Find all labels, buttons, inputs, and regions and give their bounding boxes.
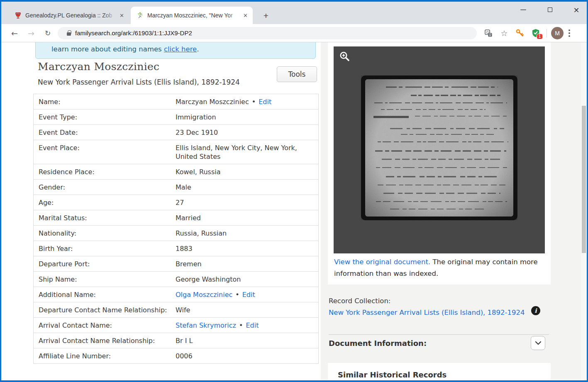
menu-dots-icon[interactable]: [566, 27, 573, 39]
row-label: Name:: [39, 97, 176, 106]
row-value-text: Wife: [176, 306, 190, 314]
row-label: Birth Year:: [39, 244, 176, 253]
right-rail: View the original document. The original…: [321, 42, 587, 380]
page-scrollbar[interactable]: [581, 42, 587, 380]
table-row: Gender: Male: [34, 180, 318, 195]
row-value: George Washington: [176, 275, 314, 284]
translate-icon[interactable]: G: [482, 27, 495, 40]
edit-link[interactable]: Edit: [259, 98, 271, 106]
record-collection-section: Record Collection: New York Passenger Ar…: [329, 295, 528, 319]
row-value: 0006: [176, 351, 314, 360]
document-viewer: [334, 46, 545, 253]
table-row: Ship Name: George Washington: [34, 272, 318, 287]
document-information-expand-button[interactable]: [531, 336, 545, 350]
row-value-text: 1883: [176, 245, 193, 253]
table-row: Name: Marczyan Moszcziniec•Edit: [34, 94, 318, 109]
row-value: Marczyan Moszcziniec•Edit: [176, 97, 314, 106]
row-value-text: Male: [176, 183, 191, 191]
lock-icon[interactable]: [67, 30, 71, 36]
extension-badge: 1: [537, 34, 543, 39]
row-value-text: 0006: [176, 352, 193, 360]
back-icon[interactable]: ←: [8, 27, 21, 40]
record-table: Name: Marczyan Moszcziniec•Edit Event Ty…: [33, 94, 319, 364]
row-value-link[interactable]: Olga Moszcziniec: [176, 291, 232, 299]
record-document-image[interactable]: [361, 75, 517, 220]
info-icon[interactable]: i: [531, 306, 540, 315]
svg-text:PTG: PTG: [16, 12, 20, 15]
row-value-text: 23 Dec 1910: [176, 129, 218, 136]
tools-button[interactable]: Tools: [277, 66, 317, 82]
table-row: Marital Status: Married: [34, 210, 318, 226]
similar-records-heading: Similar Historical Records: [338, 370, 446, 379]
row-value: Olga Moszcziniec•Edit: [176, 290, 314, 299]
similar-records-card: Similar Historical Records: [328, 363, 551, 380]
chevron-down-icon: [535, 341, 542, 345]
edit-link[interactable]: Edit: [246, 321, 259, 329]
page-title: Marczyan Moszcziniec: [38, 61, 159, 73]
row-label: Event Date:: [39, 128, 176, 137]
row-label: Residence Place:: [39, 167, 176, 176]
collection-subtitle: New York Passenger Arrival Lists (Ellis …: [38, 78, 240, 86]
row-value-text: Br I L: [176, 337, 193, 345]
record-collection-link[interactable]: New York Passenger Arrival Lists (Ellis …: [329, 309, 525, 316]
section-divider: [329, 334, 549, 335]
table-row: Additional Name: Olga Moszcziniec•Edit: [34, 287, 318, 302]
address-bar[interactable]: familysearch.org/ark:/61903/1:1:JJX9-DP2: [58, 27, 477, 39]
document-viewer-card: View the original document. The original…: [328, 42, 551, 285]
table-row: Departure Contact Name Relationship: Wif…: [34, 302, 318, 318]
table-row: Residence Place: Kowel, Russia: [34, 164, 318, 180]
tab-title: Genealodzy.PL Genealogia :: Zob: [25, 12, 115, 19]
table-row: Event Place: Ellis Island, New York City…: [34, 140, 318, 164]
row-label: Nationality:: [39, 229, 176, 238]
scrollbar-thumb[interactable]: [582, 106, 586, 253]
new-tab-button[interactable]: +: [260, 10, 272, 22]
tab-close-icon[interactable]: ✕: [118, 12, 126, 19]
record-details-panel: learn more about editing names click her…: [1, 42, 321, 380]
row-value: 1883: [176, 244, 314, 253]
zoom-in-icon[interactable]: [339, 51, 351, 63]
window-minimize-icon[interactable]: —: [517, 4, 529, 15]
window-maximize-icon[interactable]: [544, 4, 556, 15]
tab-close-icon[interactable]: ✕: [242, 12, 249, 19]
row-label: Departure Contact Name Relationship:: [39, 305, 176, 314]
row-value: Ellis Island, New York City, New York, U…: [176, 143, 314, 161]
row-value-text: 27: [176, 199, 184, 207]
url-text: familysearch.org/ark:/61903/1:1:JJX9-DP2: [75, 29, 192, 36]
bookmark-star-icon[interactable]: ☆: [498, 27, 511, 40]
edit-link[interactable]: Edit: [242, 291, 255, 299]
row-label: Marital Status:: [39, 213, 176, 222]
row-value: Stefan Skrymoricz•Edit: [176, 321, 314, 330]
bullet-separator: •: [235, 291, 239, 299]
row-label: Age:: [39, 198, 176, 207]
row-value-text: Russia, Russian: [176, 229, 227, 237]
row-value-text: George Washington: [176, 275, 241, 283]
view-original-document-link[interactable]: View the original document.: [334, 258, 430, 266]
row-label: Additional Name:: [39, 290, 176, 299]
window-close-icon[interactable]: ×: [570, 4, 583, 15]
row-value-link[interactable]: Stefan Skrymoricz: [176, 321, 236, 329]
row-value: 27: [176, 198, 314, 207]
row-value-text: Bremen: [176, 260, 202, 268]
row-value-text: Marczyan Moszcziniec: [176, 98, 249, 106]
row-label: Arrival Contact Name:: [39, 321, 176, 330]
row-value: Br I L: [176, 336, 314, 345]
tab-familysearch-active[interactable]: Marczyan Moszcziniec, "New Yor ✕: [131, 7, 253, 24]
click-here-link[interactable]: click here: [164, 45, 197, 53]
row-label: Affiliate Line Number:: [39, 351, 176, 360]
shield-extension-icon[interactable]: 1: [529, 27, 542, 40]
tab-title: Marczyan Moszcziniec, "New Yor: [147, 12, 239, 19]
row-label: Gender:: [39, 182, 176, 192]
row-label: Ship Name:: [39, 275, 176, 284]
forward-icon[interactable]: →: [24, 27, 38, 40]
profile-avatar[interactable]: M: [551, 27, 564, 39]
key-extension-icon[interactable]: [513, 27, 527, 40]
reload-icon[interactable]: ↻: [41, 27, 54, 40]
bullet-separator: •: [252, 98, 256, 106]
familysearch-tree-icon: [137, 12, 144, 19]
viewer-caption: View the original document. The original…: [334, 256, 544, 280]
table-row: Arrival Contact Name Relationship: Br I …: [34, 333, 318, 348]
row-value-text: Kowel, Russia: [176, 168, 221, 176]
row-value-text: Immigration: [176, 113, 216, 121]
browser-window: PTG Genealodzy.PL Genealogia :: Zob ✕: [0, 0, 588, 382]
tab-genealodzy[interactable]: PTG Genealodzy.PL Genealogia :: Zob ✕: [9, 7, 129, 24]
